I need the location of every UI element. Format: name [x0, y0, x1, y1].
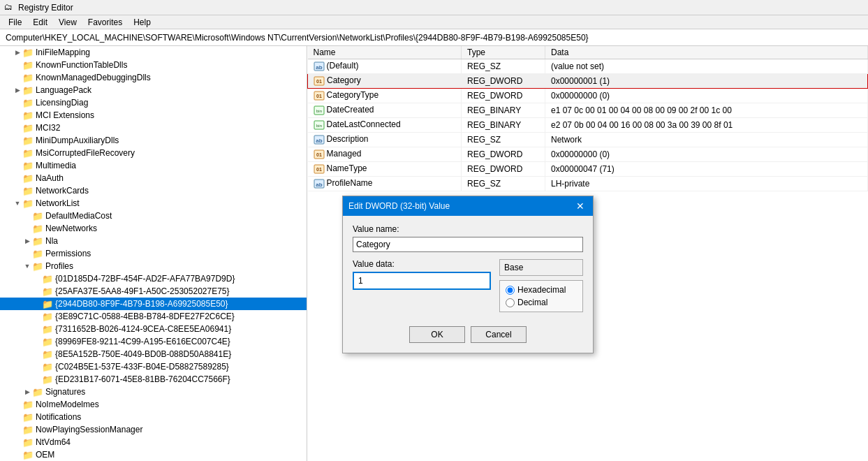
folder-icon: 📁 — [22, 122, 34, 133]
menu-item-favorites[interactable]: Favorites — [82, 16, 128, 29]
cancel-button[interactable]: Cancel — [471, 326, 527, 343]
folder-icon: 📁 — [22, 160, 34, 171]
tree-item[interactable]: 📁{89969FE8-9211-4C99-A195-E616EC007C4E} — [0, 335, 307, 348]
menu-item-help[interactable]: Help — [128, 16, 156, 29]
tree-item[interactable]: 📁{7311652B-B026-4124-9CEA-C8EE5EA06941} — [0, 323, 307, 335]
tree-item-label: NowPlayingSessionManager — [36, 425, 142, 434]
reg-value-data: LH-private — [545, 177, 868, 191]
folder-icon: 📁 — [42, 361, 53, 372]
tree-item-label: NetworkCards — [36, 186, 89, 196]
table-row[interactable]: binDateLastConnectedREG_BINARYe2 07 0b 0… — [308, 118, 868, 133]
menu-bar: FileEditViewFavoritesHelp — [0, 15, 868, 29]
tree-item-label: MsiCorruptedFileRecovery — [36, 148, 135, 158]
tree-item[interactable]: 📁LanguagePack — [0, 84, 307, 96]
tree-item[interactable]: 📁{3E89C71C-0588-4EB8-B784-8DFE27F2C6CE} — [0, 310, 307, 323]
tree-item[interactable]: 📁MsiCorruptedFileRecovery — [0, 147, 307, 159]
dialog-close-button[interactable]: ✕ — [573, 199, 587, 213]
tree-item[interactable]: 📁KnownFunctionTableDlls — [0, 59, 307, 71]
edit-dword-dialog: Edit DWORD (32-bit) Value ✕ Value name: … — [342, 196, 594, 353]
tree-item-label: NetworkList — [36, 198, 80, 208]
reg-value-data: e1 07 0c 00 01 00 04 00 08 00 09 00 2f 0… — [545, 103, 868, 118]
folder-icon: 📁 — [22, 85, 34, 96]
tree-item-label: {89969FE8-9211-4C99-A195-E616EC007C4E} — [55, 337, 230, 346]
folder-icon: 📁 — [22, 399, 34, 410]
tree-item-label: KnownManagedDebuggingDlls — [36, 73, 151, 82]
folder-icon: 📁 — [42, 311, 53, 322]
tree-item[interactable]: 📁{8E5A152B-750E-4049-BD0B-088D50A8841E} — [0, 348, 307, 360]
table-row[interactable]: binDateCreatedREG_BINARYe1 07 0c 00 01 0… — [308, 103, 868, 118]
col-type[interactable]: Type — [462, 46, 545, 59]
col-name[interactable]: Name — [308, 46, 462, 59]
table-row[interactable]: 01NameTypeREG_DWORD0x00000047 (71) — [308, 162, 868, 177]
tree-item[interactable]: 📁NowPlayingSessionManager — [0, 423, 307, 436]
svg-text:bin: bin — [316, 109, 321, 113]
tree-item[interactable]: 📁NetworkCards — [0, 184, 307, 197]
tree-item[interactable]: 📁OEM — [0, 448, 307, 461]
tree-item[interactable]: 📁Notifications — [0, 411, 307, 423]
tree-item[interactable]: 📁Permissions — [0, 247, 307, 260]
value-name-input[interactable] — [353, 237, 583, 252]
tree-item-label: Permissions — [45, 249, 91, 258]
table-row[interactable]: abDescriptionREG_SZNetwork — [308, 133, 868, 147]
value-data-input[interactable] — [355, 275, 488, 287]
menu-item-file[interactable]: File — [3, 16, 27, 29]
tree-item[interactable]: 📁{25AFA37E-5AA8-49F1-A50C-253052027E75} — [0, 285, 307, 298]
menu-item-edit[interactable]: Edit — [27, 16, 53, 29]
tree-item[interactable]: 📁KnownManagedDebuggingDlls — [0, 71, 307, 84]
reg-value-type: REG_SZ — [462, 59, 545, 74]
tree-item[interactable]: 📁Signatures — [0, 386, 307, 398]
tree-item[interactable]: 📁NoImeModelmes — [0, 398, 307, 411]
tree-arrow-icon — [22, 236, 32, 246]
table-header: Name Type Data — [308, 46, 868, 59]
tree-item-label: {25AFA37E-5AA8-49F1-A50C-253052027E75} — [55, 286, 230, 296]
table-row[interactable]: 01CategoryTypeREG_DWORD0x00000000 (0) — [308, 89, 868, 103]
table-row[interactable]: abProfileNameREG_SZLH-private — [308, 177, 868, 191]
value-name-label: Value name: — [353, 224, 583, 234]
reg-value-name: CategoryType — [327, 90, 379, 100]
tree-item[interactable]: 📁{2944DB80-8F9F-4B79-B198-A69925085E50} — [0, 298, 307, 310]
reg-value-icon: 01 — [314, 75, 325, 87]
tree-item-label: IniFileMapping — [36, 47, 90, 57]
tree-item[interactable]: 📁Profiles — [0, 260, 307, 272]
table-row[interactable]: 01CategoryREG_DWORD0x00000001 (1) — [308, 74, 868, 89]
folder-icon: 📁 — [32, 223, 43, 234]
tree-item[interactable]: 📁IniFileMapping — [0, 46, 307, 59]
tree-item[interactable]: 📁LicensingDiag — [0, 96, 307, 109]
tree-item[interactable]: 📁Nla — [0, 235, 307, 247]
tree-item[interactable]: 📁{01D185D4-72BF-454F-AD2F-AFA77BA97D9D} — [0, 272, 307, 285]
ok-button[interactable]: OK — [409, 326, 465, 343]
radio-hex-input[interactable] — [506, 286, 515, 295]
reg-value-type: REG_DWORD — [462, 147, 545, 162]
tree-item[interactable]: 📁NtVdm64 — [0, 436, 307, 448]
folder-icon: 📁 — [42, 323, 53, 335]
table-row[interactable]: ab(Default)REG_SZ(value not set) — [308, 59, 868, 74]
tree-item[interactable]: 📁DefaultMediaCost — [0, 210, 307, 222]
tree-item[interactable]: 📁NaAuth — [0, 172, 307, 184]
folder-icon: 📁 — [22, 72, 34, 83]
tree-item-label: NtVdm64 — [36, 437, 71, 447]
radio-decimal[interactable]: Decimal — [506, 298, 577, 307]
tree-item-label: {01D185D4-72BF-454F-AD2F-AFA77BA97D9D} — [55, 274, 235, 284]
tree-item[interactable]: 📁MiniDumpAuxiliaryDlls — [0, 134, 307, 147]
table-row[interactable]: 01ManagedREG_DWORD0x00000000 (0) — [308, 147, 868, 162]
tree-item-label: LanguagePack — [36, 85, 91, 95]
tree-item[interactable]: 📁{C024B5E1-537E-433F-B04E-D58827589285} — [0, 360, 307, 373]
radio-dec-input[interactable] — [506, 298, 515, 307]
reg-value-icon: ab — [314, 61, 325, 72]
tree-item[interactable]: 📁NewNetworks — [0, 222, 307, 235]
folder-icon: 📁 — [22, 449, 34, 460]
tree-item[interactable]: 📁MCI32 — [0, 122, 307, 134]
reg-value-name: DateCreated — [327, 105, 374, 115]
tree-item[interactable]: 📁NetworkList — [0, 197, 307, 210]
menu-item-view[interactable]: View — [53, 16, 82, 29]
radio-hexadecimal[interactable]: Hexadecimal — [506, 285, 577, 295]
tree-panel[interactable]: 📁IniFileMapping📁KnownFunctionTableDlls📁K… — [0, 46, 307, 461]
reg-value-data: e2 07 0b 00 04 00 16 00 08 00 3a 00 39 0… — [545, 118, 868, 133]
folder-icon: 📁 — [22, 47, 34, 58]
tree-item[interactable]: 📁Multimedia — [0, 159, 307, 172]
tree-item[interactable]: 📁MCI Extensions — [0, 109, 307, 122]
radio-group: Hexadecimal Decimal — [499, 280, 583, 312]
col-data[interactable]: Data — [545, 46, 868, 59]
tree-item-label: {7311652B-B026-4124-9CEA-C8EE5EA06941} — [55, 324, 231, 334]
tree-item[interactable]: 📁{ED231B17-6071-45E8-81BB-76204CC7566F} — [0, 373, 307, 386]
